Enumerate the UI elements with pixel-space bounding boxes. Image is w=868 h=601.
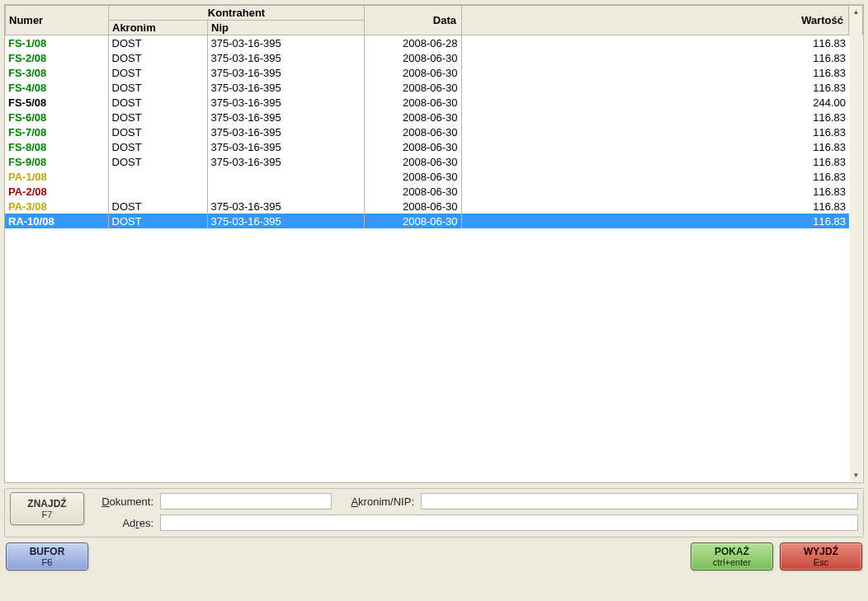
cell-nip: 375-03-16-395 <box>207 65 364 80</box>
cell-wartosc: 116.83 <box>461 184 849 199</box>
cell-data: 2008-06-30 <box>364 214 461 228</box>
cell-numer: FS-7/08 <box>5 124 108 139</box>
cell-data: 2008-06-30 <box>364 80 461 95</box>
table-row[interactable]: FS-7/08DOST375-03-16-3952008-06-30116.83 <box>5 124 849 139</box>
cell-akronim: DOST <box>108 139 207 154</box>
col-header-numer[interactable]: Numer <box>6 6 109 35</box>
akronim-nip-label: Akronim/NIP: <box>335 495 417 508</box>
cell-akronim <box>108 169 207 184</box>
cell-akronim: DOST <box>108 80 207 95</box>
wyjdz-button-shortcut: Esc <box>814 557 828 567</box>
col-header-kontrahent[interactable]: Kontrahent <box>109 6 365 21</box>
cell-data: 2008-06-30 <box>364 50 461 65</box>
documents-grid: Numer Kontrahent Data Wartość Akronim Ni… <box>4 4 864 483</box>
table-row[interactable]: PA-2/082008-06-30116.83 <box>5 184 849 199</box>
cell-data: 2008-06-30 <box>364 139 461 154</box>
col-header-akronim[interactable]: Akronim <box>109 21 208 35</box>
table-row[interactable]: PA-3/08DOST375-03-16-3952008-06-30116.83 <box>5 199 849 214</box>
cell-data: 2008-06-30 <box>364 154 461 169</box>
cell-akronim: DOST <box>108 95 207 110</box>
cell-wartosc: 116.83 <box>461 154 849 169</box>
col-header-data[interactable]: Data <box>365 6 462 35</box>
dokument-label: Dokument: <box>91 495 157 508</box>
col-header-wartosc[interactable]: Wartość <box>462 6 849 35</box>
cell-akronim: DOST <box>108 50 207 65</box>
vertical-scrollbar[interactable]: ▲ ▼ <box>850 6 862 481</box>
cell-akronim: DOST <box>108 124 207 139</box>
cell-nip <box>207 184 364 199</box>
cell-numer: FS-3/08 <box>5 65 108 80</box>
cell-data: 2008-06-30 <box>364 65 461 80</box>
cell-akronim: DOST <box>108 154 207 169</box>
cell-numer: RA-10/08 <box>5 214 108 228</box>
cell-nip: 375-03-16-395 <box>207 35 364 50</box>
akronim-nip-input[interactable] <box>421 493 858 509</box>
cell-numer: FS-5/08 <box>5 95 108 110</box>
find-button-shortcut: F7 <box>42 509 53 519</box>
cell-wartosc: 116.83 <box>461 50 849 65</box>
search-panel: ZNAJDŹ F7 Dokument: Akronim/NIP: Adres: <box>4 488 864 538</box>
adres-input[interactable] <box>160 514 858 531</box>
cell-numer: FS-8/08 <box>5 139 108 154</box>
cell-wartosc: 116.83 <box>461 65 849 80</box>
cell-nip: 375-03-16-395 <box>207 199 364 214</box>
bufor-button-label: BUFOR <box>30 546 65 557</box>
cell-nip <box>207 169 364 184</box>
pokaz-button-label: POKAŻ <box>715 546 749 557</box>
cell-wartosc: 244.00 <box>461 95 849 110</box>
cell-akronim <box>108 184 207 199</box>
table-row[interactable]: FS-2/08DOST375-03-16-3952008-06-30116.83 <box>5 50 849 65</box>
bufor-button-shortcut: F6 <box>42 557 53 567</box>
adres-label: Adres: <box>91 517 157 529</box>
table-row[interactable]: FS-5/08DOST375-03-16-3952008-06-30244.00 <box>5 95 849 110</box>
dokument-input[interactable] <box>160 493 332 509</box>
cell-numer: FS-1/08 <box>5 35 108 50</box>
scroll-down-icon[interactable]: ▼ <box>850 469 862 481</box>
col-header-nip[interactable]: Nip <box>208 21 365 35</box>
cell-nip: 375-03-16-395 <box>207 124 364 139</box>
cell-wartosc: 116.83 <box>461 124 849 139</box>
wyjdz-button-label: WYJDŹ <box>804 546 838 557</box>
bottom-bar: BUFOR F6 POKAŻ ctrl+enter WYJDŹ Esc <box>4 542 864 570</box>
cell-nip: 375-03-16-395 <box>207 110 364 124</box>
table-row[interactable]: RA-10/08DOST375-03-16-3952008-06-30116.8… <box>5 214 849 228</box>
cell-akronim: DOST <box>108 214 207 228</box>
table-row[interactable]: FS-6/08DOST375-03-16-3952008-06-30116.83 <box>5 110 849 124</box>
cell-data: 2008-06-30 <box>364 95 461 110</box>
pokaz-button-shortcut: ctrl+enter <box>713 557 751 567</box>
cell-numer: PA-3/08 <box>5 199 108 214</box>
bufor-button[interactable]: BUFOR F6 <box>6 542 88 570</box>
cell-akronim: DOST <box>108 35 207 50</box>
cell-nip: 375-03-16-395 <box>207 95 364 110</box>
table-row[interactable]: FS-8/08DOST375-03-16-3952008-06-30116.83 <box>5 139 849 154</box>
cell-numer: PA-2/08 <box>5 184 108 199</box>
scroll-up-icon[interactable]: ▲ <box>850 6 862 18</box>
wyjdz-button[interactable]: WYJDŹ Esc <box>780 542 862 570</box>
table-row[interactable]: FS-1/08DOST375-03-16-3952008-06-28116.83 <box>5 35 849 50</box>
table-row[interactable]: FS-9/08DOST375-03-16-3952008-06-30116.83 <box>5 154 849 169</box>
cell-data: 2008-06-30 <box>364 199 461 214</box>
cell-wartosc: 116.83 <box>461 169 849 184</box>
cell-nip: 375-03-16-395 <box>207 214 364 228</box>
cell-wartosc: 116.83 <box>461 139 849 154</box>
cell-nip: 375-03-16-395 <box>207 139 364 154</box>
find-button[interactable]: ZNAJDŹ F7 <box>10 492 84 525</box>
cell-wartosc: 116.83 <box>461 199 849 214</box>
table-row[interactable]: PA-1/082008-06-30116.83 <box>5 169 849 184</box>
cell-data: 2008-06-30 <box>364 124 461 139</box>
cell-data: 2008-06-30 <box>364 169 461 184</box>
cell-wartosc: 116.83 <box>461 110 849 124</box>
cell-nip: 375-03-16-395 <box>207 50 364 65</box>
cell-wartosc: 116.83 <box>461 80 849 95</box>
cell-wartosc: 116.83 <box>461 214 849 228</box>
cell-wartosc: 116.83 <box>461 35 849 50</box>
cell-numer: PA-1/08 <box>5 169 108 184</box>
cell-nip: 375-03-16-395 <box>207 154 364 169</box>
pokaz-button[interactable]: POKAŻ ctrl+enter <box>691 542 773 570</box>
find-button-label: ZNAJDŹ <box>27 498 66 509</box>
cell-numer: FS-9/08 <box>5 154 108 169</box>
table-row[interactable]: FS-3/08DOST375-03-16-3952008-06-30116.83 <box>5 65 849 80</box>
cell-akronim: DOST <box>108 65 207 80</box>
table-row[interactable]: FS-4/08DOST375-03-16-3952008-06-30116.83 <box>5 80 849 95</box>
cell-data: 2008-06-30 <box>364 110 461 124</box>
